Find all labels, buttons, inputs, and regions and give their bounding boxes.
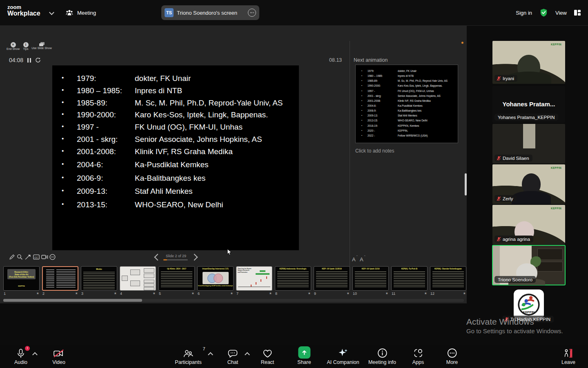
notes-placeholder[interactable]: Click to add notes xyxy=(355,148,394,154)
participants-button[interactable]: 7 Participants xyxy=(175,347,201,365)
slide-thumbnail-11[interactable]: KEP(K): Tu-Pok-Si 11 xyxy=(391,266,428,297)
video-button[interactable]: Video xyxy=(52,347,65,365)
sign-in-button[interactable]: Sign in xyxy=(516,10,532,16)
previous-slide-button[interactable] xyxy=(154,254,161,261)
slide-thumbnail-9[interactable]: KEP: UU Iptek 11/2019 9 xyxy=(314,266,350,297)
animation-star-icon xyxy=(153,292,156,295)
next-animation-label: Next animation xyxy=(354,57,388,63)
slide-bullet-row: 1979:dokter, FK Unair xyxy=(52,74,299,86)
animation-star-icon xyxy=(385,292,388,295)
participant-tile-david[interactable]: David Silaen xyxy=(492,124,565,164)
muted-mic-icon xyxy=(497,237,501,242)
share-screen-icon xyxy=(298,346,310,359)
animation-star-icon xyxy=(230,292,233,295)
share-button[interactable]: Share xyxy=(297,347,311,365)
participants-icon xyxy=(183,348,194,359)
preview-bullet-row: 2006-9:Ka-Balitbangkes kes xyxy=(356,109,458,114)
chat-button[interactable]: Chat xyxy=(227,347,238,365)
participant-tile-yohanes[interactable]: Yohanes Pratam... Yohanes Pratama_KEPPIN xyxy=(492,86,565,123)
slide-bullet-row: 1980 – 1985:Inpres di NTB xyxy=(52,86,299,99)
slide-thumbnail-5[interactable]: Uji Klinis: 2014 - 2017 5 xyxy=(158,266,195,297)
view-button[interactable]: View xyxy=(555,10,567,16)
participant-tile-iryani[interactable]: KEPPIN Iryani xyxy=(492,41,565,84)
zoom-workplace-logo: zoom Workplace xyxy=(7,4,40,17)
slide-bullet-row: 2004-6:Ka-Pusdiklat Kemkes xyxy=(52,160,299,174)
audio-options-chevron[interactable] xyxy=(32,352,38,357)
pause-timer-button[interactable] xyxy=(27,58,31,63)
clock-time: 08.13 xyxy=(329,57,342,63)
participant-tile-agrina[interactable]: KEPPIN agrina agrina xyxy=(492,205,565,245)
preview-bullet-row: 2016-19:KEPPKN, Kemkes xyxy=(356,124,458,129)
slide-bullet-row: 1990-2000:Karo Kes-Sos, Iptek, Lingk, Ba… xyxy=(52,110,299,123)
leave-button[interactable]: Leave xyxy=(561,347,575,365)
participant-tile-triono-active-speaker[interactable]: Triono Soendoro xyxy=(492,245,565,285)
chat-options-chevron[interactable] xyxy=(245,352,250,357)
slide-bullet-row: 2013-15:WHO-SEARO, New Delhi xyxy=(52,200,299,214)
slide-thumbnail-3[interactable]: Motto 3 xyxy=(81,266,117,297)
camera-tool-icon[interactable] xyxy=(41,254,48,260)
decrease-font-button[interactable]: ˇ xyxy=(360,256,363,263)
tips-info-icon: i xyxy=(23,42,29,47)
thumbnail-scrollbar-thumb[interactable] xyxy=(3,299,142,302)
animation-star-icon xyxy=(114,292,117,295)
share-options-ellipsis-icon[interactable] xyxy=(248,9,256,17)
restart-timer-button[interactable] xyxy=(35,57,41,63)
more-button[interactable]: More xyxy=(446,347,458,365)
react-button[interactable]: React xyxy=(261,347,274,365)
participant-name-label: Triono Soendoro xyxy=(494,276,536,283)
participant-name-label: David Silaen xyxy=(494,155,532,162)
svg-text:CC: CC xyxy=(34,256,38,259)
chat-bubble-icon xyxy=(227,348,238,359)
preview-bullet-row: 1997 -FK Unud (OG), FKM-UI, Unhas xyxy=(356,90,458,94)
preview-bullet-row: 2009-13:Staf Ahli Menkes xyxy=(356,114,458,119)
participant-name-label: Zerly xyxy=(494,195,517,202)
meeting-tab-label: Meeting xyxy=(77,10,96,16)
pen-tool-icon[interactable] xyxy=(9,254,15,260)
slide-thumbnail-4[interactable]: 4 xyxy=(120,266,156,297)
use-slide-show-label: Use Slide Show xyxy=(31,47,51,49)
use-slide-show-button[interactable]: Use Slide Show xyxy=(29,42,54,49)
ai-companion-button[interactable]: AI Companion xyxy=(327,347,359,365)
slide-thumbnail-7[interactable]: Time Line for Human Subject Research and… xyxy=(236,266,272,297)
animation-star-icon xyxy=(463,292,466,295)
preview-bullet-row: 2001 - skrg:Senior Associate, Johns Hopk… xyxy=(356,94,458,99)
camera-off-icon xyxy=(53,348,65,359)
vertical-scrollbar-thumb[interactable] xyxy=(465,173,467,195)
slide-thumbnail-6[interactable]: Irisan/Overlap Intervensi ('17) Irisan/O… xyxy=(197,266,234,297)
audio-alert-badge: ! xyxy=(25,346,30,351)
next-slide-preview[interactable]: 1979:dokter, FK Unair 1980 – 1985:Inpres… xyxy=(355,65,458,143)
room-shelf xyxy=(537,249,563,260)
workspace-chevron-down-icon[interactable] xyxy=(49,10,54,15)
security-shield-icon[interactable] xyxy=(539,8,548,17)
slide-thumbnail-12[interactable]: KEP(K): Standar Kelembagaan 12 xyxy=(430,266,466,297)
participants-options-chevron[interactable] xyxy=(208,352,213,357)
audio-button[interactable]: ! Audio xyxy=(14,347,27,365)
slide-thumbnail-8[interactable]: KEP(K)-Indonesia: Kronologis 8 xyxy=(275,266,311,297)
shared-screen-pill[interactable]: TS Triono Soendoro's screen xyxy=(161,5,259,20)
animation-star-icon xyxy=(308,292,311,295)
preview-bullet-row: 1990-2000:Karo Kes-Sos, Iptek, Lingk, Ba… xyxy=(356,84,458,89)
participant-tile-zerly[interactable]: KEPPIN Zerly xyxy=(492,164,565,204)
view-layout-icon[interactable] xyxy=(574,10,581,16)
slide-thumbnail-10[interactable]: KEP: UU Iptek 11/19 10 xyxy=(352,266,389,297)
preview-bullet-row: 2022 -Fellow WIRB/WCG (USA) xyxy=(356,134,458,139)
apps-button[interactable]: Apps xyxy=(412,347,424,365)
closed-captions-icon[interactable]: CC xyxy=(33,254,40,260)
shared-screen-label: Triono Soendoro's screen xyxy=(177,10,245,16)
more-tools-ellipsis-icon[interactable] xyxy=(49,254,56,260)
magnifier-tool-icon[interactable] xyxy=(17,254,23,260)
increase-font-button[interactable]: ˆ xyxy=(352,256,356,263)
animation-star-icon xyxy=(36,292,39,295)
slide-thumbnail-1[interactable]: Research Ethic: State-of-the-Art (Tren E… xyxy=(3,266,40,297)
tips-label: Tips xyxy=(23,47,29,50)
more-ellipsis-icon xyxy=(446,348,457,359)
activate-windows-watermark: Activate Windows xyxy=(466,317,534,327)
participant-name-label: Yohanes Pratama_KEPPIN xyxy=(494,114,558,121)
slide-thumbnail-2-current[interactable]: 2 xyxy=(42,266,78,297)
laser-pointer-tool-icon[interactable] xyxy=(24,254,31,260)
next-slide-button[interactable] xyxy=(191,254,198,261)
meeting-info-button[interactable]: Meeting info xyxy=(368,347,396,365)
activate-windows-watermark-sub: Go to Settings to activate Windows. xyxy=(466,328,563,334)
logo-zoom-text: zoom xyxy=(7,4,40,10)
tab-meeting[interactable]: Meeting xyxy=(65,0,96,25)
